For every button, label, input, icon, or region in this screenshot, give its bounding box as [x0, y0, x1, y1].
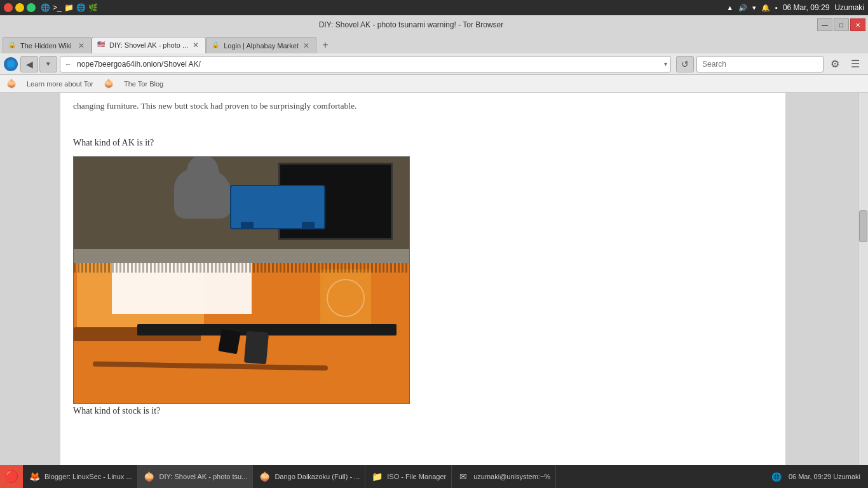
- taskbar-item-files[interactable]: 📁 ISO - File Manager: [365, 465, 452, 488]
- terminal-taskbar-icon: ✉: [457, 470, 470, 483]
- browser-icon2[interactable]: 🌐: [76, 3, 86, 12]
- url-dropdown-arrow[interactable]: ▾: [664, 60, 667, 67]
- learn-more-tor-link[interactable]: Learn more about Tor: [27, 80, 93, 88]
- tor-onion-icon: 🧅: [6, 79, 17, 88]
- taskbar-label-blogger: Blogger: LinuxSec - Linux ...: [44, 473, 132, 480]
- cat-area: [74, 157, 409, 268]
- files-icon[interactable]: 📁: [64, 3, 74, 12]
- page-content: changing furniture. This new butt stock …: [60, 93, 785, 484]
- taskbar-label-dango: Dango Daikazoku (Full) - ...: [275, 473, 360, 480]
- close-button[interactable]: ✕: [850, 18, 865, 31]
- tab2-favicon: 🇺🇸: [97, 41, 106, 50]
- right-margin: [785, 93, 868, 484]
- network-tray-icon: ▲: [726, 4, 733, 11]
- restore-button[interactable]: □: [834, 18, 849, 31]
- article-top-text: changing furniture. This new butt stock …: [73, 99, 766, 113]
- case-handle-right: [302, 222, 315, 228]
- tray-network[interactable]: 🌐: [770, 470, 783, 484]
- rifle-grip: [218, 329, 241, 354]
- taskbar-label-files: ISO - File Manager: [387, 473, 446, 480]
- tab3-close[interactable]: ✕: [302, 41, 311, 50]
- dango-icon: 🧅: [258, 470, 271, 483]
- tor-blog-link[interactable]: The Tor Blog: [124, 80, 163, 88]
- files-taskbar-icon: 📁: [370, 470, 383, 483]
- browser-chrome: DIY: Shovel AK - photo tsunami warning! …: [0, 15, 868, 93]
- window-controls[interactable]: — □ ✕: [817, 18, 868, 31]
- tor-identity-icon[interactable]: 🌐: [4, 57, 18, 71]
- target-ring: [327, 279, 365, 317]
- username: Uzumaki: [834, 3, 864, 12]
- close-dot[interactable]: [4, 3, 13, 12]
- minimize-dot[interactable]: [15, 3, 24, 12]
- app-icon3[interactable]: 🌿: [88, 3, 98, 12]
- spacer1: [73, 123, 766, 136]
- tab2-title: DIY: Shovel AK - photo ...: [109, 41, 188, 49]
- terminal-icon[interactable]: >_: [53, 3, 62, 12]
- taskbar-item-diy[interactable]: 🧅 DIY: Shovel AK - photo tsu...: [138, 465, 254, 488]
- info-bar: 🧅 Learn more about Tor 🧅 The Tor Blog: [0, 75, 868, 93]
- customize-button[interactable]: ⚙: [826, 56, 844, 72]
- tab1-title: The Hidden Wiki: [20, 42, 74, 50]
- tab-hidden-wiki[interactable]: 🔒 The Hidden Wiki ✕: [3, 37, 92, 53]
- taskbar: 🔴 🦊 Blogger: LinuxSec - Linux ... 🧅 DIY:…: [0, 465, 868, 488]
- blue-case: [230, 185, 325, 229]
- url-bar-icon: ←: [65, 60, 72, 68]
- title-bar: DIY: Shovel AK - photo tsunami warning! …: [0, 15, 868, 34]
- tab1-favicon: 🔒: [8, 41, 17, 50]
- app-menu-icon[interactable]: 🌐: [41, 3, 50, 12]
- cat-body: [174, 168, 231, 231]
- article-heading2: What kind of stock is it?: [73, 404, 766, 418]
- back-button[interactable]: ◀: [20, 56, 38, 72]
- taskbar-launcher[interactable]: 🔴: [0, 465, 23, 488]
- system-bar: 🌐 >_ 📁 🌐 🌿 ▲ 🔊 ▾ 🔔 ▪ 06 Mar, 09:29 Uzuma…: [0, 0, 868, 15]
- tab1-close[interactable]: ✕: [77, 41, 86, 50]
- pattern-strip: [74, 263, 409, 273]
- hamburger-menu[interactable]: ☰: [846, 56, 864, 72]
- taskbar-item-dango[interactable]: 🧅 Dango Daikazoku (Full) - ...: [253, 465, 365, 488]
- article-heading1: What kind of AK is it?: [73, 136, 766, 150]
- tab-diy-shovel[interactable]: 🇺🇸 DIY: Shovel AK - photo ... ✕: [92, 37, 206, 53]
- forward-dropdown[interactable]: ▾: [39, 56, 57, 72]
- notification-icon: 🔔: [761, 4, 770, 12]
- new-tab-button[interactable]: +: [316, 37, 334, 53]
- tab2-close[interactable]: ✕: [191, 41, 200, 50]
- maximize-dot[interactable]: [27, 3, 36, 12]
- wifi-icon: ▾: [752, 4, 756, 12]
- rifle-magazine: [244, 330, 269, 364]
- url-input[interactable]: [60, 56, 671, 72]
- nav-bar: 🌐 ◀ ▾ ← ▾ ↺ ⚙ ☰: [0, 53, 868, 75]
- taskbar-item-terminal[interactable]: ✉ uzumaki@unisystem:~%: [452, 465, 556, 488]
- taskbar-item-blogger[interactable]: 🦊 Blogger: LinuxSec - Linux ...: [23, 465, 138, 488]
- system-bar-left: 🌐 >_ 📁 🌐 🌿: [4, 3, 98, 12]
- case-handle-left: [241, 222, 254, 228]
- tab3-favicon: 🔒: [212, 41, 220, 50]
- search-container: [696, 56, 824, 72]
- reload-button[interactable]: ↺: [676, 56, 694, 72]
- tor-onion-icon2: 🧅: [104, 79, 114, 88]
- window-title: DIY: Shovel AK - photo tsunami warning! …: [5, 20, 817, 29]
- battery-icon: ▪: [775, 4, 778, 11]
- system-bar-right: ▲ 🔊 ▾ 🔔 ▪ 06 Mar, 09:29 Uzumaki: [726, 3, 864, 12]
- minimize-button[interactable]: —: [817, 18, 832, 31]
- left-margin: [0, 93, 60, 484]
- diy-icon: 🧅: [143, 470, 156, 483]
- scrollbar[interactable]: [858, 93, 868, 484]
- taskbar-label-terminal: uzumaki@unisystem:~%: [473, 473, 550, 480]
- clock: 06 Mar, 09:29: [783, 3, 829, 12]
- search-input[interactable]: [696, 56, 824, 72]
- taskbar-label-diy: DIY: Shovel AK - photo tsu...: [159, 473, 248, 480]
- tab-alphabay[interactable]: 🔒 Login | Alphabay Market ✕: [206, 37, 316, 53]
- article-image1: [73, 156, 410, 404]
- taskbar-right: 🌐 06 Mar, 09:29 Uzumaki: [770, 470, 868, 484]
- tab-bar: 🔒 The Hidden Wiki ✕ 🇺🇸 DIY: Shovel AK - …: [0, 34, 868, 53]
- image-inner: [74, 157, 409, 403]
- tab3-title: Login | Alphabay Market: [224, 42, 299, 50]
- content-area: changing furniture. This new butt stock …: [0, 93, 868, 484]
- rifle: [74, 324, 409, 349]
- scrollbar-thumb[interactable]: [859, 210, 867, 242]
- blogger-icon: 🦊: [28, 470, 41, 483]
- volume-icon: 🔊: [738, 4, 747, 12]
- taskbar-clock: 06 Mar, 09:29 Uzumaki: [786, 473, 863, 480]
- url-bar-container: ← ▾: [60, 56, 671, 72]
